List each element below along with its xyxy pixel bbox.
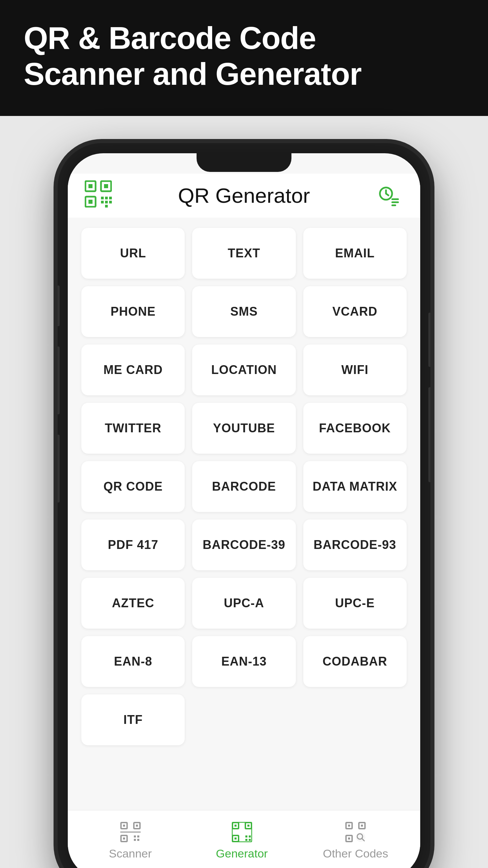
grid-item-ean-8[interactable]: EAN-8: [81, 636, 185, 687]
svg-rect-22: [123, 837, 125, 840]
nav-label-scanner: Scanner: [109, 847, 152, 860]
grid-item-vcard[interactable]: VCARD: [303, 286, 407, 337]
svg-rect-18: [123, 825, 125, 827]
svg-rect-8: [101, 201, 104, 203]
app-title: QR Generator: [178, 183, 310, 208]
grid-item-twitter[interactable]: TWITTER: [81, 403, 185, 454]
grid-item-phone[interactable]: PHONE: [81, 286, 185, 337]
svg-rect-10: [109, 201, 112, 203]
grid-item-me-card[interactable]: ME CARD: [81, 344, 185, 395]
generator-icon: [230, 820, 254, 844]
svg-rect-15: [391, 201, 399, 203]
nav-item-scanner[interactable]: Scanner: [100, 820, 161, 860]
phone-device: QR Generator: [58, 143, 430, 868]
grid-item-barcode[interactable]: BARCODE: [192, 461, 296, 512]
svg-rect-42: [361, 825, 363, 827]
grid-item-location[interactable]: LOCATION: [192, 344, 296, 395]
nav-item-other-codes[interactable]: Other Codes: [323, 820, 388, 860]
svg-rect-16: [391, 204, 396, 206]
svg-rect-34: [245, 835, 247, 837]
side-button-right: [428, 313, 430, 367]
svg-rect-14: [391, 198, 399, 200]
grid-item-qr-code[interactable]: QR CODE: [81, 461, 185, 512]
phone-screen: QR Generator: [68, 153, 420, 868]
grid-item-barcode-39[interactable]: BARCODE-39: [192, 519, 296, 570]
grid-item-pdf-417[interactable]: PDF 417: [81, 519, 185, 570]
header-title: QR & Barcode CodeScanner and Generator: [24, 20, 464, 92]
svg-rect-12: [105, 205, 108, 208]
grid-item-upc-a[interactable]: UPC-A: [192, 578, 296, 629]
svg-rect-23: [134, 835, 136, 837]
svg-rect-7: [105, 197, 108, 199]
nav-label-other-codes: Other Codes: [323, 847, 388, 860]
svg-rect-44: [348, 837, 350, 840]
svg-rect-26: [137, 839, 139, 841]
side-button-vol-down: [58, 435, 60, 502]
svg-rect-33: [235, 837, 237, 840]
phone-wrapper: QR Generator: [0, 116, 488, 868]
grid-item-wifi[interactable]: WIFI: [303, 344, 407, 395]
grid-item-upc-e[interactable]: UPC-E: [303, 578, 407, 629]
svg-rect-24: [137, 835, 139, 837]
side-button-vol-up: [58, 347, 60, 414]
phone-notch: [197, 153, 291, 172]
grid-item-itf[interactable]: ITF: [81, 694, 185, 745]
grid-item-data-matrix[interactable]: DATA MATRIX: [303, 461, 407, 512]
svg-rect-6: [101, 197, 104, 199]
grid-item-facebook[interactable]: FACEBOOK: [303, 403, 407, 454]
svg-rect-35: [249, 835, 251, 837]
svg-rect-11: [109, 197, 112, 199]
other-codes-icon: [343, 820, 368, 844]
svg-rect-20: [136, 825, 138, 827]
svg-rect-31: [247, 825, 249, 827]
bottom-nav: Scanner: [68, 810, 420, 868]
svg-rect-9: [105, 201, 108, 203]
history-icon[interactable]: [373, 180, 403, 211]
grid-area: URL TEXT EMAIL PHONE SMS: [68, 218, 420, 810]
code-type-grid: URL TEXT EMAIL PHONE SMS: [81, 228, 407, 745]
top-bar: QR Generator: [68, 174, 420, 218]
grid-item-ean-13[interactable]: EAN-13: [192, 636, 296, 687]
grid-item-sms[interactable]: SMS: [192, 286, 296, 337]
svg-rect-1: [88, 184, 93, 188]
svg-rect-29: [235, 825, 237, 827]
side-button-power: [58, 285, 60, 326]
svg-rect-5: [88, 200, 93, 204]
svg-rect-36: [245, 839, 247, 841]
header-banner: QR & Barcode CodeScanner and Generator: [0, 0, 488, 116]
grid-item-barcode-93[interactable]: BARCODE-93: [303, 519, 407, 570]
app-logo-icon: [85, 180, 115, 211]
grid-item-youtube[interactable]: YOUTUBE: [192, 403, 296, 454]
svg-rect-37: [249, 839, 251, 841]
scanner-icon: [118, 820, 143, 844]
grid-item-aztec[interactable]: AZTEC: [81, 578, 185, 629]
side-button-right-2: [428, 387, 430, 482]
app-content: QR Generator: [68, 153, 420, 868]
nav-label-generator: Generator: [216, 847, 268, 860]
svg-rect-25: [134, 839, 136, 841]
grid-item-email[interactable]: EMAIL: [303, 228, 407, 279]
svg-rect-40: [348, 825, 350, 827]
grid-item-text[interactable]: TEXT: [192, 228, 296, 279]
nav-item-generator[interactable]: Generator: [211, 820, 272, 860]
grid-item-codabar[interactable]: CODABAR: [303, 636, 407, 687]
grid-item-url[interactable]: URL: [81, 228, 185, 279]
svg-rect-3: [104, 184, 108, 188]
